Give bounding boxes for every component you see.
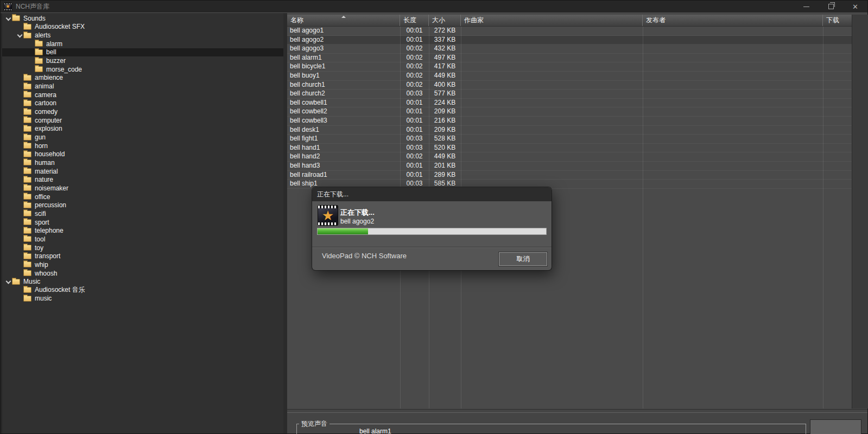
- table-row[interactable]: bell cowbell100:01224 KB: [287, 99, 852, 108]
- tree-item[interactable]: material: [2, 167, 283, 176]
- column-header[interactable]: 作曲家: [461, 15, 643, 26]
- tree-item[interactable]: sport: [2, 218, 283, 227]
- tree-item[interactable]: camera: [2, 91, 283, 99]
- column-header-label: 名称: [290, 16, 303, 24]
- tree-item[interactable]: Audiosocket 音乐: [2, 286, 283, 295]
- folder-icon: [23, 236, 31, 242]
- tree-item[interactable]: Sounds: [2, 14, 283, 23]
- tree-item[interactable]: noisemaker: [2, 184, 283, 193]
- cell-composer: [461, 126, 643, 135]
- cell-publisher: [643, 117, 823, 125]
- column-header-label: 作曲家: [464, 16, 484, 24]
- tree-item[interactable]: office: [2, 193, 283, 201]
- table-row[interactable]: bell railroad100:01289 KB: [287, 171, 852, 180]
- folder-icon: [23, 159, 31, 165]
- cell-size: 337 KB: [429, 36, 461, 44]
- column-header[interactable]: 发布者: [643, 15, 823, 26]
- chevron-down-icon[interactable]: [4, 15, 12, 22]
- table-row[interactable]: bell alarm100:02497 KB: [287, 54, 852, 63]
- tree-item-label: tool: [35, 235, 45, 243]
- folder-icon: [23, 202, 31, 208]
- tree-item[interactable]: tool: [2, 235, 283, 244]
- preview-action-button[interactable]: [810, 419, 861, 434]
- table-row[interactable]: bell cowbell200:01209 KB: [287, 107, 852, 117]
- dialog-title-bar[interactable]: 正在下载...: [312, 187, 552, 201]
- tree-item[interactable]: whip: [2, 260, 283, 269]
- column-header[interactable]: 名称: [287, 15, 400, 26]
- tree-item[interactable]: nature: [2, 175, 283, 184]
- cell-size: 449 KB: [429, 152, 461, 161]
- cancel-button[interactable]: 取消: [499, 252, 547, 266]
- tree-item[interactable]: human: [2, 158, 283, 167]
- table-row[interactable]: bell church200:03577 KB: [287, 90, 852, 99]
- folder-icon: [23, 24, 31, 30]
- close-button[interactable]: ✕: [843, 1, 867, 12]
- column-header[interactable]: 下载: [823, 15, 852, 26]
- tree-item-label: horn: [35, 142, 48, 150]
- table-row[interactable]: bell cowbell300:01216 KB: [287, 117, 852, 126]
- table-row[interactable]: bell agogo200:01337 KB: [287, 36, 852, 45]
- dialog-separator: [312, 247, 552, 248]
- tree-item[interactable]: cartoon: [2, 99, 283, 108]
- folder-icon: [23, 75, 31, 81]
- folder-icon: [23, 287, 31, 293]
- tree-item[interactable]: telephone: [2, 226, 283, 235]
- minimize-button[interactable]: [794, 1, 819, 12]
- tree-item[interactable]: morse_code: [2, 65, 283, 74]
- table-row[interactable]: bell desk100:01209 KB: [287, 126, 852, 135]
- table-row[interactable]: bell agogo300:02432 KB: [287, 44, 852, 54]
- panel-divider[interactable]: [283, 13, 287, 433]
- tree-item[interactable]: alerts: [2, 31, 283, 40]
- folder-icon: [23, 135, 31, 141]
- cell-length: 00:01: [400, 171, 429, 180]
- cell-size: 417 KB: [429, 62, 461, 71]
- tree-item[interactable]: explosion: [2, 125, 283, 133]
- column-header[interactable]: 长度: [400, 15, 429, 26]
- table-row[interactable]: bell hand200:02449 KB: [287, 152, 852, 162]
- tree-item[interactable]: transport: [2, 252, 283, 260]
- cell-download: [823, 162, 852, 170]
- table-row[interactable]: bell hand300:01201 KB: [287, 162, 852, 171]
- tree-item[interactable]: Audiosocket SFX: [2, 23, 283, 31]
- tree-item[interactable]: computer: [2, 116, 283, 125]
- tree-item[interactable]: comedy: [2, 107, 283, 116]
- tree-item[interactable]: alarm: [2, 40, 283, 48]
- cell-name: bell bicycle1: [287, 62, 400, 71]
- tree-item[interactable]: household: [2, 150, 283, 159]
- tree-item[interactable]: gun: [2, 133, 283, 142]
- cell-composer: [461, 135, 643, 143]
- cell-publisher: [643, 27, 823, 35]
- cell-composer: [461, 144, 643, 152]
- table-row[interactable]: bell buoy100:02449 KB: [287, 72, 852, 81]
- restore-button[interactable]: [819, 1, 843, 12]
- tree-item[interactable]: music: [2, 295, 283, 303]
- chevron-down-icon[interactable]: [16, 31, 23, 39]
- tree-item[interactable]: ambience: [2, 74, 283, 82]
- tree-item[interactable]: buzzer: [2, 56, 283, 65]
- folder-icon: [23, 117, 31, 123]
- cell-name: bell church1: [287, 81, 400, 90]
- folder-icon: [23, 33, 31, 39]
- cell-name: bell agogo2: [287, 36, 400, 44]
- cell-download: [823, 54, 852, 62]
- vertical-scrollbar[interactable]: [852, 15, 868, 409]
- cell-download: [823, 126, 852, 135]
- tree-item[interactable]: bell: [2, 48, 283, 57]
- cell-name: bell alarm1: [287, 54, 400, 62]
- tree-item[interactable]: Music: [2, 277, 283, 286]
- chevron-down-icon[interactable]: [4, 278, 12, 285]
- table-row[interactable]: bell fight100:03528 KB: [287, 135, 852, 144]
- tree-item[interactable]: percussion: [2, 201, 283, 209]
- tree-item[interactable]: scifi: [2, 209, 283, 218]
- tree-item-label: human: [35, 159, 55, 167]
- cell-length: 00:02: [400, 54, 429, 62]
- tree-item[interactable]: animal: [2, 82, 283, 91]
- tree-item[interactable]: whoosh: [2, 269, 283, 278]
- table-row[interactable]: bell agogo100:01272 KB: [287, 27, 852, 36]
- table-row[interactable]: bell hand100:03520 KB: [287, 144, 852, 153]
- tree-item[interactable]: toy: [2, 244, 283, 252]
- table-row[interactable]: bell church100:02400 KB: [287, 81, 852, 90]
- tree-item[interactable]: horn: [2, 142, 283, 150]
- column-header[interactable]: 大小: [429, 15, 461, 26]
- table-row[interactable]: bell bicycle100:02417 KB: [287, 62, 852, 72]
